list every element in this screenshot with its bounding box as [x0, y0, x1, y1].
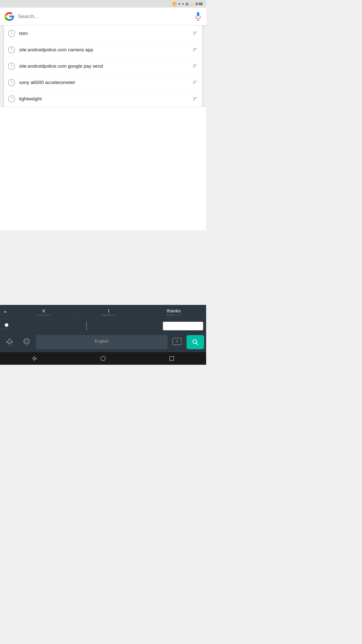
suggestion-text: site:androidpolice.com camera app — [19, 47, 188, 53]
fill-search-icon[interactable] — [192, 79, 198, 86]
suggestion-item[interactable]: site:androidpolice.com google pay send — [4, 58, 202, 74]
language-key[interactable]: English — [36, 335, 167, 349]
word-suggestions-bar: it I thanks — [0, 305, 206, 319]
suggestion-text: site:androidpolice.com google pay send — [19, 63, 188, 69]
keyboard: it I thanks — [0, 305, 206, 352]
history-icon — [8, 95, 15, 102]
svg-point-25 — [101, 356, 105, 361]
keyboard-action-row: English — [0, 334, 206, 352]
bottom-nav — [0, 352, 206, 365]
suggestion-text: lightweight — [19, 96, 188, 102]
svg-point-22 — [193, 340, 197, 343]
suggestion-item[interactable]: sony a6000 accelerometer — [4, 74, 202, 91]
bluetooth-icon: 📶 — [172, 2, 176, 6]
empty-content-area — [0, 107, 206, 230]
fill-search-icon[interactable] — [192, 30, 198, 36]
signal-icon: ▧ — [186, 2, 189, 6]
fill-search-icon[interactable] — [192, 63, 198, 69]
word-suggestion-it[interactable]: it — [11, 305, 76, 319]
keyboard-space-bar[interactable] — [163, 322, 203, 330]
svg-line-13 — [194, 97, 197, 100]
suggestion-item[interactable]: lstm — [4, 25, 202, 42]
keyboard-special-row — [0, 319, 206, 334]
svg-marker-24 — [32, 356, 36, 360]
svg-marker-16 — [5, 311, 7, 313]
search-input[interactable] — [18, 14, 191, 19]
keyboard-dot-indicator — [5, 323, 8, 327]
language-label: English — [95, 339, 109, 344]
svg-line-10 — [194, 81, 197, 84]
home-button[interactable] — [99, 354, 108, 363]
svg-rect-0 — [197, 12, 199, 17]
google-logo — [4, 11, 15, 22]
suggestion-text: lstm — [19, 31, 188, 36]
keyboard-cursor — [86, 322, 87, 330]
shift-key[interactable] — [2, 335, 17, 349]
svg-rect-26 — [170, 356, 174, 360]
svg-line-23 — [196, 343, 198, 345]
dnd-icon: ⊖ — [178, 2, 181, 6]
status-time: 2:42 — [196, 2, 203, 6]
mic-icon[interactable] — [194, 11, 202, 22]
search-bar — [0, 8, 206, 25]
history-icon — [8, 63, 15, 70]
emoji-key[interactable] — [19, 335, 34, 349]
fill-search-icon[interactable] — [192, 96, 198, 102]
expand-suggestions-button[interactable] — [0, 305, 11, 319]
search-key[interactable] — [187, 335, 204, 349]
suggestions-container: lstm site:androidpolice.com camera app s… — [4, 25, 202, 107]
history-icon — [8, 30, 15, 37]
battery-icon: ⚡ — [190, 2, 194, 6]
svg-line-7 — [194, 65, 197, 68]
status-bar: 📶 ⊖ ▾ ▧ ⚡ 2:42 — [0, 0, 206, 8]
svg-line-1 — [194, 32, 197, 35]
svg-point-17 — [24, 339, 29, 344]
suggestion-item[interactable]: lightweight — [4, 91, 202, 107]
word-suggestion-thanks[interactable]: thanks — [141, 305, 206, 319]
delete-key[interactable] — [169, 335, 185, 349]
svg-point-19 — [27, 340, 28, 341]
svg-point-18 — [25, 340, 26, 341]
history-icon — [8, 46, 15, 53]
back-button[interactable] — [30, 354, 39, 363]
recents-button[interactable] — [167, 354, 176, 363]
wifi-icon: ▾ — [182, 2, 184, 6]
suggestion-text: sony a6000 accelerometer — [19, 80, 188, 85]
history-icon — [8, 79, 15, 86]
suggestion-item[interactable]: site:androidpolice.com camera app — [4, 42, 202, 58]
svg-line-4 — [194, 48, 197, 51]
word-suggestion-I[interactable]: I — [76, 305, 141, 319]
fill-search-icon[interactable] — [192, 47, 198, 53]
